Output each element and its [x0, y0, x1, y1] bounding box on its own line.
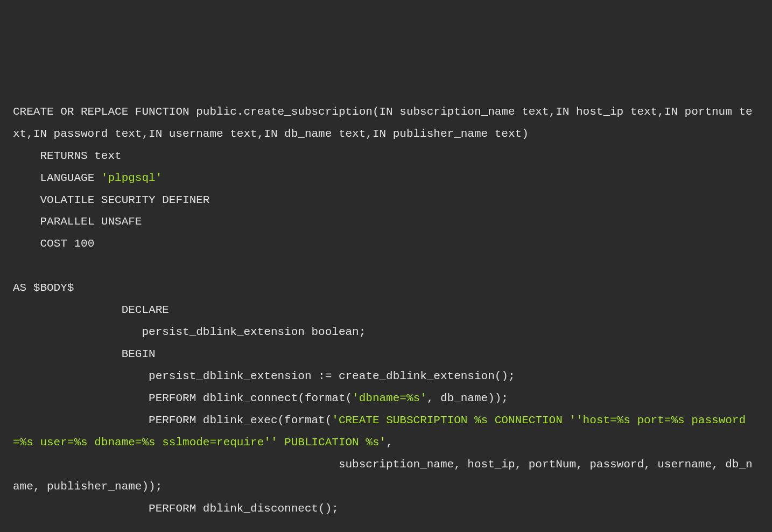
code-line-14: PERFORM dblink_exec(format('CREATE SUBSC… — [13, 414, 746, 449]
code-block: CREATE OR REPLACE FUNCTION public.create… — [13, 101, 759, 532]
code-line-2: RETURNS text — [13, 150, 122, 162]
code-line-8: AS $BODY$ — [13, 282, 74, 294]
code-line-4: VOLATILE SECURITY DEFINER — [13, 194, 209, 206]
code-line-16: PERFORM dblink_disconnect(); — [13, 502, 339, 515]
code-line-15: subscription_name, host_ip, portNum, pas… — [13, 458, 753, 493]
code-line-6: COST 100 — [13, 237, 94, 250]
code-line-5: PARALLEL UNSAFE — [13, 215, 142, 228]
code-line-12: persist_dblink_extension := create_dblin… — [13, 370, 515, 382]
code-line-1: CREATE OR REPLACE FUNCTION public.create… — [13, 106, 753, 140]
code-line-3: LANGUAGE 'plpgsql' — [13, 172, 162, 184]
code-line-13: PERFORM dblink_connect(format('dbname=%s… — [13, 392, 508, 404]
code-line-10: persist_dblink_extension boolean; — [13, 326, 366, 338]
code-line-9: DECLARE — [13, 304, 169, 316]
ellipsis: … — [13, 524, 20, 532]
code-line-11: BEGIN — [13, 348, 156, 360]
